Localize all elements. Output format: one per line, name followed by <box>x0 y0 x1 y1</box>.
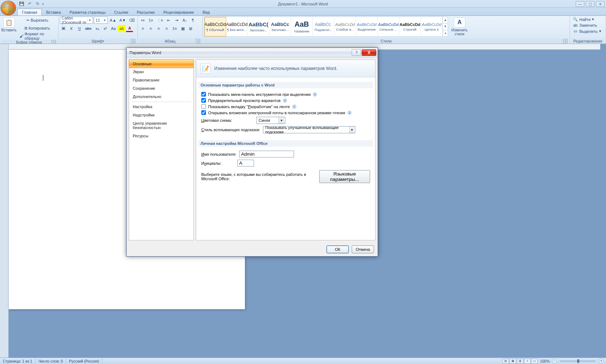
save-icon[interactable]: 💾 <box>18 1 25 7</box>
strikethrough-button[interactable]: abc <box>84 25 93 32</box>
dialog-close-button[interactable]: X <box>362 49 376 56</box>
status-words[interactable]: Число слов: 0 <box>36 358 66 364</box>
line-spacing-button[interactable]: ‡≡ <box>171 25 179 32</box>
decrease-indent-button[interactable]: ⇤ <box>165 17 172 24</box>
sort-button[interactable]: A↓ <box>181 17 189 24</box>
tab-рассылки[interactable]: Рассылки <box>132 9 159 15</box>
paste-button[interactable]: 📋 Вставить <box>1 17 17 33</box>
language-params-button[interactable]: Языковые параметры... <box>319 170 370 183</box>
grow-font-button[interactable]: A▲ <box>109 17 118 24</box>
nav-item[interactable]: Экран <box>129 68 193 76</box>
highlight-button[interactable]: ab <box>118 25 125 32</box>
style-item[interactable]: AaBНазвание <box>291 17 313 36</box>
style-item[interactable]: AaBbCc.Подзагол... <box>313 17 334 36</box>
tab-рецензирование[interactable]: Рецензирование <box>159 9 198 15</box>
zoom-in-button[interactable]: + <box>599 359 604 364</box>
style-item[interactable]: AaBbCcDdВыделение <box>356 17 378 36</box>
style-item[interactable]: AaBbCcЗаголово... <box>269 17 291 36</box>
nav-item[interactable]: Настройка <box>129 103 193 111</box>
info-icon[interactable]: i <box>347 111 352 115</box>
tab-разметка страницы[interactable]: Разметка страницы <box>65 9 110 15</box>
info-icon[interactable]: i <box>283 98 287 103</box>
undo-icon[interactable]: ↶ <box>26 1 33 7</box>
qat-customize-icon[interactable]: ▾ <box>42 1 44 7</box>
style-item[interactable]: AaBbCcDdЦитата 2 <box>421 17 443 36</box>
status-page[interactable]: Страница: 1 из 1 <box>0 358 36 364</box>
maximize-button[interactable]: ▢ <box>586 1 594 7</box>
shrink-font-button[interactable]: A▼ <box>118 17 127 24</box>
ok-button[interactable]: ОК <box>326 245 349 253</box>
tooltip-style-dropdown[interactable]: Показывать улучшенные всплывающие подска… <box>263 126 355 133</box>
copy-button[interactable]: ⧉ Копировать <box>18 25 57 32</box>
cancel-button[interactable]: Отмена <box>352 245 374 253</box>
style-item[interactable]: AaBbCcDdСильное ... <box>378 17 399 36</box>
font-name-combo[interactable]: Calibri (Основной те▼ <box>60 17 93 24</box>
gallery-down[interactable]: ▼ <box>443 23 448 30</box>
tab-ссылки[interactable]: Ссылки <box>110 9 133 15</box>
zoom-slider[interactable] <box>560 360 596 362</box>
select-button[interactable]: ▭Выделить ▾ <box>571 28 603 34</box>
format-painter-button[interactable]: 🖌 Формат по образцу <box>18 32 57 40</box>
style-item[interactable]: AaBbCcDd¶ Без инте... <box>226 17 248 36</box>
initials-input[interactable] <box>237 160 254 167</box>
font-launcher[interactable]: ↘ <box>131 39 135 43</box>
style-item[interactable]: AaBbCcDdСлабое в... <box>334 17 356 36</box>
nav-item[interactable]: Центр управления безопасностью <box>129 119 193 132</box>
superscript-button[interactable]: x² <box>102 25 109 32</box>
align-center-button[interactable]: ≡ <box>147 25 154 32</box>
tab-вид[interactable]: Вид <box>198 9 214 15</box>
status-language[interactable]: Русский (Россия) <box>66 358 102 364</box>
multilevel-button[interactable]: ⋮≡ <box>155 17 164 24</box>
font-size-combo[interactable]: 11▼ <box>94 17 108 24</box>
tab-главная[interactable]: Главная <box>17 9 42 15</box>
view-draft-button[interactable]: ▭ <box>531 359 538 364</box>
subscript-button[interactable]: x₂ <box>94 25 101 32</box>
nav-item[interactable]: Основные <box>129 59 194 68</box>
justify-button[interactable]: ≡ <box>163 25 170 32</box>
view-web-button[interactable]: ▥ <box>517 359 523 364</box>
developer-tab-checkbox[interactable] <box>201 104 206 109</box>
vertical-ruler[interactable] <box>0 44 9 358</box>
nav-item[interactable]: Дополнительно <box>129 93 193 101</box>
bold-button[interactable]: Ж <box>60 25 67 32</box>
dialog-titlebar[interactable]: Параметры Word ? X <box>127 48 378 57</box>
gallery-more[interactable]: ▾ <box>443 30 448 36</box>
change-case-button[interactable]: Aa <box>110 25 117 32</box>
styles-launcher[interactable]: ↘ <box>563 39 567 43</box>
style-item[interactable]: AaBbCcDdСтрогий <box>399 17 421 36</box>
zoom-thumb[interactable] <box>577 359 579 363</box>
borders-button[interactable]: ⊞ <box>187 25 194 32</box>
fullscreen-reading-checkbox[interactable] <box>201 110 206 115</box>
align-right-button[interactable]: ≡ <box>155 25 162 32</box>
underline-button[interactable]: Ч <box>76 25 83 32</box>
cut-button[interactable]: ✂ Вырезать <box>18 17 57 24</box>
view-outline-button[interactable]: ≡ <box>524 359 531 364</box>
italic-button[interactable]: К <box>68 25 75 32</box>
office-button[interactable] <box>1 1 16 15</box>
mini-toolbar-checkbox[interactable] <box>201 92 206 97</box>
color-scheme-dropdown[interactable]: Синяя▼ <box>256 117 285 124</box>
live-preview-checkbox[interactable] <box>201 98 206 103</box>
increase-indent-button[interactable]: ⇥ <box>173 17 180 24</box>
minimize-button[interactable]: — <box>576 1 584 7</box>
close-window-button[interactable]: ✕ <box>596 1 605 7</box>
font-color-button[interactable]: A <box>126 25 133 32</box>
style-item[interactable]: AaBbC(Заголово... <box>248 17 269 36</box>
change-styles-button[interactable]: A Изменить стили <box>449 17 470 37</box>
redo-icon[interactable]: ↻ <box>34 1 41 7</box>
style-item[interactable]: AaBbCcDd¶ Обычный <box>205 17 226 36</box>
clear-formatting-button[interactable]: ⌫ <box>128 17 136 24</box>
view-print-layout-button[interactable]: ▤ <box>502 359 509 364</box>
view-reading-button[interactable]: ▦ <box>510 359 516 364</box>
zoom-value[interactable]: 100% <box>540 359 550 363</box>
numbering-button[interactable]: 1≡ <box>147 17 155 24</box>
nav-item[interactable]: Сохранение <box>129 84 193 93</box>
info-icon[interactable]: i <box>292 105 297 109</box>
nav-item[interactable]: Надстройки <box>129 111 193 119</box>
dialog-help-button[interactable]: ? <box>352 49 361 56</box>
nav-item[interactable]: Ресурсы <box>129 132 193 140</box>
tab-вставка[interactable]: Вставка <box>42 9 65 15</box>
bullets-button[interactable]: •≡ <box>139 17 146 24</box>
paragraph-launcher[interactable]: ↘ <box>196 39 200 43</box>
find-button[interactable]: 🔍Найти ▾ <box>571 17 603 22</box>
